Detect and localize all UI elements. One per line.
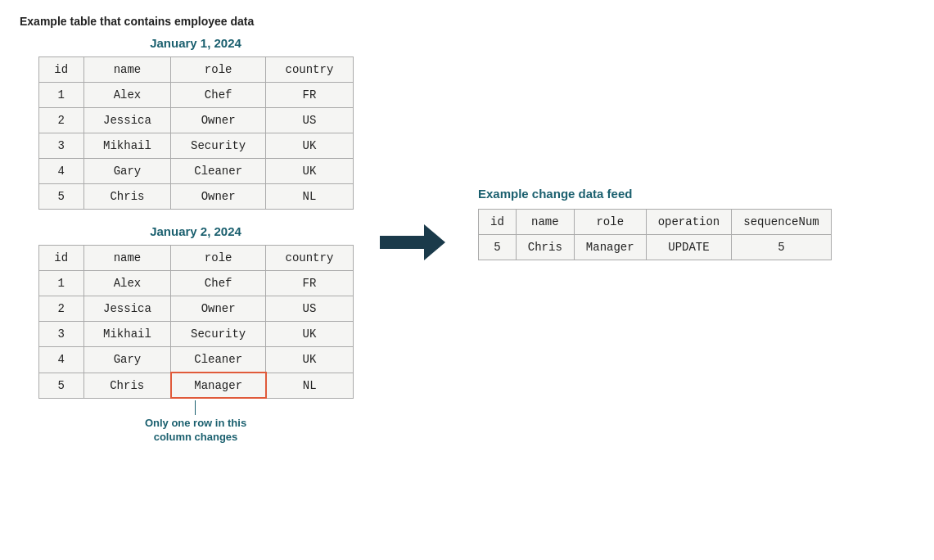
table-cell: 5 — [38, 184, 83, 210]
annotation-line — [195, 400, 196, 415]
cdf-table-cell: Chris — [516, 235, 574, 260]
cdf-col-role: role — [574, 210, 646, 235]
table-cell: Chef — [171, 271, 266, 296]
table-cell: 3 — [38, 133, 83, 159]
arrow-section — [372, 15, 453, 257]
table-cell: FR — [266, 271, 353, 296]
table-row: 5ChrisManagerNL — [38, 373, 353, 398]
table2-col-role: role — [171, 246, 266, 271]
left-section: Example table that contains employee dat… — [20, 15, 372, 445]
arrow-head — [424, 224, 445, 260]
table-cell: Cleaner — [171, 159, 266, 184]
cdf-table-row: 5ChrisManagerUPDATE5 — [479, 235, 832, 260]
table1-col-id: id — [38, 57, 83, 83]
table2-col-country: country — [266, 246, 353, 271]
table-cell: Cleaner — [171, 347, 266, 373]
table-cell: 2 — [38, 108, 83, 133]
table-cell: 4 — [38, 347, 83, 373]
table-row: 1AlexChefFR — [38, 83, 353, 108]
table-cell: 5 — [38, 373, 83, 398]
table1-header-row: id name role country — [38, 57, 353, 83]
annotation-area: Only one row in thiscolumn changes — [145, 400, 246, 445]
table-cell: Jessica — [83, 296, 170, 322]
cdf-title: Example change data feed — [478, 187, 632, 201]
table-cell: Chris — [83, 373, 170, 398]
table-row: 3MikhailSecurityUK — [38, 133, 353, 159]
table-cell: US — [266, 108, 353, 133]
cdf-table-cell: Manager — [574, 235, 646, 260]
table-row: 5ChrisOwnerNL — [38, 184, 353, 210]
table2-title: January 2, 2024 — [150, 224, 241, 238]
table-cell: FR — [266, 83, 353, 108]
table-row: 1AlexChefFR — [38, 271, 353, 296]
cdf-col-sequencenum: sequenceNum — [732, 210, 831, 235]
table1-col-country: country — [266, 57, 353, 83]
table-cell: 1 — [38, 271, 83, 296]
table-row: 2JessicaOwnerUS — [38, 108, 353, 133]
arrow-body — [380, 236, 424, 249]
table-cell: 3 — [38, 322, 83, 347]
annotation-text: Only one row in thiscolumn changes — [145, 417, 246, 445]
table-cell: Mikhail — [83, 322, 170, 347]
table2-col-name: name — [83, 246, 170, 271]
table-row: 4GaryCleanerUK — [38, 159, 353, 184]
table1-col-name: name — [83, 57, 170, 83]
cdf-table-cell: 5 — [479, 235, 517, 260]
table-cell: UK — [266, 347, 353, 373]
table-cell: NL — [266, 373, 353, 398]
table1-title: January 1, 2024 — [150, 36, 241, 50]
table2-col-id: id — [38, 246, 83, 271]
table1-col-role: role — [171, 57, 266, 83]
table-cell: UK — [266, 159, 353, 184]
cdf-table-cell: 5 — [732, 235, 831, 260]
cdf-table: id name role operation sequenceNum 5Chri… — [478, 209, 832, 260]
table-cell: Owner — [171, 108, 266, 133]
table-cell: UK — [266, 133, 353, 159]
table-row: 2JessicaOwnerUS — [38, 296, 353, 322]
right-section: Example change data feed id name role op… — [453, 15, 914, 260]
table-cell: Owner — [171, 184, 266, 210]
table-cell: Alex — [83, 83, 170, 108]
table-row: 4GaryCleanerUK — [38, 347, 353, 373]
cdf-col-id: id — [479, 210, 517, 235]
table-cell: Security — [171, 322, 266, 347]
table-cell: US — [266, 296, 353, 322]
table-cell: UK — [266, 322, 353, 347]
table-cell: NL — [266, 184, 353, 210]
table2-header-row: id name role country — [38, 246, 353, 271]
table-cell: Gary — [83, 159, 170, 184]
page-title: Example table that contains employee dat… — [20, 15, 254, 28]
table-cell: Jessica — [83, 108, 170, 133]
right-arrow-icon — [380, 228, 445, 257]
table-cell: Gary — [83, 347, 170, 373]
table-cell: 1 — [38, 83, 83, 108]
table-cell: 4 — [38, 159, 83, 184]
table-cell: Security — [171, 133, 266, 159]
table-cell: 2 — [38, 296, 83, 322]
table-cell: Manager — [171, 373, 266, 398]
table1: id name role country 1AlexChefFR2Jessica… — [38, 56, 354, 210]
table-cell: Chef — [171, 83, 266, 108]
cdf-col-name: name — [516, 210, 574, 235]
cdf-col-operation: operation — [646, 210, 732, 235]
table-cell: Alex — [83, 271, 170, 296]
table-cell: Mikhail — [83, 133, 170, 159]
cdf-table-cell: UPDATE — [646, 235, 732, 260]
cdf-header-row: id name role operation sequenceNum — [479, 210, 832, 235]
table-row: 3MikhailSecurityUK — [38, 322, 353, 347]
table-cell: Owner — [171, 296, 266, 322]
table2: id name role country 1AlexChefFR2Jessica… — [38, 245, 354, 399]
table-cell: Chris — [83, 184, 170, 210]
